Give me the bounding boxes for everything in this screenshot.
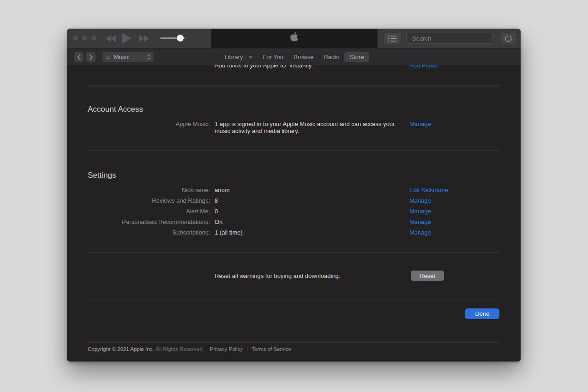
chevron-down-icon bbox=[249, 56, 252, 59]
reset-warnings-text: Reset all warnings for buying and downlo… bbox=[215, 272, 340, 279]
tab-for-you[interactable]: For You bbox=[258, 52, 288, 62]
fast-forward-icon[interactable] bbox=[139, 35, 150, 44]
recommendations-manage-link[interactable]: Manage bbox=[409, 218, 431, 225]
tab-browse[interactable]: Browse bbox=[288, 52, 318, 62]
subscriptions-manage-link[interactable]: Manage bbox=[409, 229, 431, 236]
search-input[interactable] bbox=[412, 35, 493, 42]
subscriptions-value: 1 (all time) bbox=[215, 229, 243, 236]
activity-spinner-icon bbox=[503, 33, 514, 43]
add-funds-link[interactable]: Add Funds bbox=[409, 65, 438, 69]
terms-of-service-link[interactable]: Terms of Service bbox=[247, 346, 291, 352]
apple-logo-icon bbox=[289, 32, 299, 45]
window-controls bbox=[73, 36, 96, 41]
settings-heading: Settings bbox=[88, 171, 116, 180]
recommendations-value: On bbox=[215, 218, 222, 225]
reviews-manage-link[interactable]: Manage bbox=[409, 197, 431, 204]
up-down-chevrons-icon bbox=[147, 54, 150, 60]
privacy-policy-link[interactable]: Privacy Policy bbox=[210, 346, 243, 352]
media-kind-label: Music bbox=[114, 54, 147, 60]
nickname-label: Nickname: bbox=[67, 187, 210, 193]
up-next-list-button[interactable] bbox=[384, 33, 401, 44]
navigation-bar: ♫ Music Library For You Browse Radio Sto… bbox=[67, 48, 521, 65]
divider bbox=[88, 85, 500, 86]
footer: Copyright © 2021 Apple Inc. All Rights R… bbox=[88, 346, 291, 352]
play-icon[interactable] bbox=[122, 33, 132, 46]
reviews-label: Reviews and Ratings: bbox=[67, 197, 210, 204]
rewind-icon[interactable] bbox=[106, 35, 116, 44]
divider bbox=[88, 252, 500, 253]
alert-me-value: 0 bbox=[215, 208, 218, 215]
divider bbox=[88, 342, 500, 343]
nickname-value: anom bbox=[215, 187, 230, 193]
account-settings-page: Add funds to your Apple ID. Instantly. A… bbox=[67, 65, 521, 362]
alert-me-label: Alert Me: bbox=[67, 208, 210, 215]
list-icon bbox=[388, 36, 396, 42]
toolbar-left bbox=[67, 29, 211, 48]
edit-nickname-link[interactable]: Edit Nickname bbox=[409, 187, 448, 193]
back-button[interactable] bbox=[74, 52, 84, 62]
subscriptions-label: Subscriptions: bbox=[67, 229, 210, 236]
library-tab-separator bbox=[246, 54, 246, 60]
add-funds-text: Add funds to your Apple ID. Instantly. bbox=[215, 65, 313, 69]
zoom-window-button[interactable] bbox=[91, 36, 96, 41]
itunes-window: ♫ Music Library For You Browse Radio Sto… bbox=[67, 29, 521, 362]
account-access-heading: Account Access bbox=[88, 105, 143, 114]
copyright-text: Copyright © 2021 Apple Inc. bbox=[88, 346, 154, 352]
alert-me-manage-link[interactable]: Manage bbox=[409, 208, 431, 215]
rights-text: All Rights Reserved. bbox=[156, 346, 204, 352]
volume-slider[interactable] bbox=[160, 37, 186, 39]
activity-spinner-button[interactable] bbox=[501, 33, 516, 44]
apple-music-manage-link[interactable]: Manage bbox=[409, 121, 431, 127]
reviews-value: 8 bbox=[215, 197, 218, 204]
chevron-right-icon bbox=[89, 54, 93, 60]
minimize-window-button[interactable] bbox=[82, 36, 87, 41]
apple-music-value: 1 app is signed in to your Apple Music a… bbox=[215, 121, 399, 134]
divider bbox=[88, 301, 500, 301]
tab-store[interactable]: Store bbox=[344, 52, 369, 62]
toolbar-right bbox=[378, 29, 521, 48]
chevron-left-icon bbox=[77, 54, 81, 60]
tab-library[interactable]: Library bbox=[220, 52, 258, 62]
toolbar bbox=[67, 29, 521, 48]
tab-radio[interactable]: Radio bbox=[318, 52, 344, 62]
divider bbox=[88, 150, 500, 151]
store-nav-tabs: Library For You Browse Radio Store bbox=[211, 48, 378, 66]
close-window-button[interactable] bbox=[73, 36, 78, 41]
apple-music-label: Apple Music: bbox=[67, 121, 210, 127]
done-button[interactable]: Done bbox=[465, 308, 499, 319]
forward-button[interactable] bbox=[86, 52, 96, 62]
search-field[interactable] bbox=[406, 33, 493, 44]
lcd-display bbox=[211, 29, 378, 48]
media-kind-selector[interactable]: ♫ Music bbox=[102, 52, 154, 62]
music-note-icon: ♫ bbox=[106, 54, 110, 60]
recommendations-label: Personalised Recommendations: bbox=[67, 218, 210, 225]
reset-button[interactable]: Reset bbox=[411, 271, 444, 281]
volume-slider-knob[interactable] bbox=[177, 35, 184, 42]
